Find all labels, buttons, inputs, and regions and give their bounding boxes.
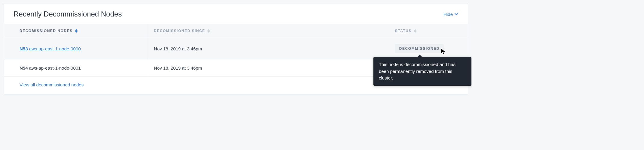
node-id: N54 (20, 65, 28, 70)
status-badge[interactable]: DECOMMISSIONED (395, 44, 444, 53)
sort-icon (207, 29, 210, 33)
view-all-link[interactable]: View all decommissioned nodes (20, 82, 84, 87)
column-label: DECOMISSIONED SINCE (154, 29, 205, 33)
decommissioned-since: Nov 18, 2019 at 3:46pm (154, 46, 202, 51)
node-id: N53 (20, 46, 28, 51)
table-row: N53 aws-ap-east-1-node-0000 Nov 18, 2019… (4, 38, 468, 59)
column-header-since[interactable]: DECOMISSIONED SINCE (154, 29, 210, 33)
status-tooltip: This node is decommissioned and has been… (373, 57, 471, 86)
decommissioned-since: Nov 18, 2019 at 3:46pm (154, 65, 202, 70)
column-header-nodes[interactable]: DECOMISSIONED NODES (20, 29, 78, 33)
table-header-row: DECOMISSIONED NODES DECOMISSIONED SINCE … (4, 24, 468, 38)
sort-icon (75, 29, 78, 33)
hide-toggle[interactable]: Hide (443, 12, 458, 17)
node-name: aws-ap-east-1-node-0001 (29, 65, 81, 70)
card-header: Recently Decommissioned Nodes Hide (4, 10, 468, 24)
decommissioned-nodes-card: Recently Decommissioned Nodes Hide DECOM… (4, 4, 468, 94)
hide-toggle-label: Hide (443, 12, 453, 17)
column-label: STATUS (395, 29, 412, 33)
node-link[interactable]: N53 aws-ap-east-1-node-0000 (20, 46, 81, 51)
column-label: DECOMISSIONED NODES (20, 29, 73, 33)
sort-icon (414, 29, 417, 33)
column-header-status[interactable]: STATUS (395, 29, 417, 33)
card-title: Recently Decommissioned Nodes (14, 10, 122, 18)
node-name: aws-ap-east-1-node-0000 (29, 46, 81, 51)
tooltip-text: This node is decommissioned and has been… (379, 62, 455, 80)
node-text: N54 aws-ap-east-1-node-0001 (20, 65, 81, 70)
chevron-down-icon (455, 13, 458, 15)
